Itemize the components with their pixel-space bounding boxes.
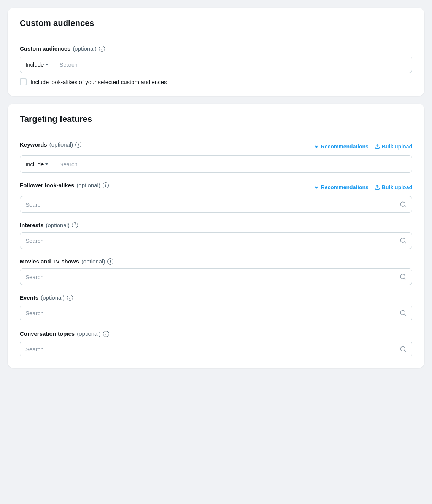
events-section: Events (optional) i bbox=[20, 294, 412, 321]
svg-point-10 bbox=[400, 346, 405, 351]
keywords-section: Keywords (optional) i Recommendations bbox=[20, 141, 412, 173]
events-search-input[interactable] bbox=[25, 310, 400, 316]
search-icon-3 bbox=[400, 273, 407, 280]
keywords-bulk-upload-link[interactable]: Bulk upload bbox=[375, 144, 412, 150]
lookalikes-checkbox[interactable] bbox=[20, 78, 27, 85]
search-icon-5 bbox=[400, 346, 407, 352]
interests-section: Interests (optional) i bbox=[20, 222, 412, 249]
follower-lookalikes-label: Follower look-alikes (optional) i bbox=[20, 182, 109, 188]
follower-lookalikes-info-icon[interactable]: i bbox=[103, 182, 109, 188]
events-info-icon[interactable]: i bbox=[67, 295, 73, 301]
follower-lookalikes-header: Follower look-alikes (optional) i Recomm… bbox=[20, 182, 412, 192]
movies-tv-section: Movies and TV shows (optional) i bbox=[20, 258, 412, 285]
follower-lookalikes-input-row bbox=[20, 196, 412, 213]
lookalikes-checkbox-row: Include look-alikes of your selected cus… bbox=[20, 78, 412, 85]
follower-lookalikes-actions: Recommendations Bulk upload bbox=[314, 184, 412, 190]
custom-audiences-input-row: Include bbox=[20, 56, 412, 73]
movies-tv-info-icon[interactable]: i bbox=[107, 258, 113, 265]
keywords-include-dropdown[interactable]: Include bbox=[20, 156, 54, 172]
keywords-input-row: Include bbox=[20, 155, 412, 173]
custom-audiences-card: Custom audiences Custom audiences (optio… bbox=[8, 8, 424, 96]
keywords-recommendations-link[interactable]: Recommendations bbox=[314, 144, 368, 150]
flame-icon-2 bbox=[314, 185, 319, 190]
movies-tv-search-input[interactable] bbox=[25, 274, 400, 280]
search-icon-2 bbox=[400, 237, 407, 244]
svg-point-2 bbox=[400, 202, 405, 206]
events-input-row bbox=[20, 305, 412, 321]
conversation-topics-input-row bbox=[20, 341, 412, 357]
svg-line-9 bbox=[404, 314, 405, 315]
interests-search-input[interactable] bbox=[25, 238, 400, 244]
include-dropdown[interactable]: Include bbox=[20, 56, 54, 73]
keywords-header: Keywords (optional) i Recommendations bbox=[20, 141, 412, 152]
keywords-chevron-icon bbox=[45, 163, 48, 165]
movies-tv-input-row bbox=[20, 268, 412, 285]
follower-recommendations-link[interactable]: Recommendations bbox=[314, 184, 368, 190]
search-icon bbox=[400, 201, 407, 208]
interests-info-icon[interactable]: i bbox=[72, 222, 78, 228]
custom-audiences-info-icon[interactable]: i bbox=[99, 46, 105, 52]
conversation-topics-section: Conversation topics (optional) i bbox=[20, 330, 412, 357]
keywords-search-input[interactable] bbox=[54, 156, 412, 172]
custom-audiences-title: Custom audiences bbox=[20, 18, 412, 28]
chevron-down-icon bbox=[45, 64, 48, 65]
flame-icon bbox=[314, 144, 319, 149]
divider-2 bbox=[20, 132, 412, 132]
upload-icon bbox=[375, 144, 380, 149]
keywords-actions: Recommendations Bulk upload bbox=[314, 144, 412, 150]
follower-lookalikes-search-input[interactable] bbox=[25, 201, 400, 208]
keywords-label: Keywords (optional) i bbox=[20, 141, 81, 148]
follower-bulk-upload-link[interactable]: Bulk upload bbox=[375, 184, 412, 190]
interests-input-row bbox=[20, 232, 412, 249]
conversation-topics-label: Conversation topics (optional) i bbox=[20, 330, 412, 337]
custom-audiences-search-input[interactable] bbox=[54, 56, 412, 73]
upload-icon-2 bbox=[375, 185, 380, 190]
svg-point-8 bbox=[400, 310, 405, 315]
custom-audiences-label: Custom audiences (optional) i bbox=[20, 45, 412, 52]
conversation-topics-info-icon[interactable]: i bbox=[103, 331, 109, 337]
movies-tv-label: Movies and TV shows (optional) i bbox=[20, 258, 412, 265]
svg-point-6 bbox=[400, 274, 405, 279]
follower-lookalikes-section: Follower look-alikes (optional) i Recomm… bbox=[20, 182, 412, 213]
search-icon-4 bbox=[400, 309, 407, 316]
svg-point-4 bbox=[400, 238, 405, 242]
svg-line-5 bbox=[404, 242, 405, 243]
interests-label: Interests (optional) i bbox=[20, 222, 412, 228]
events-label: Events (optional) i bbox=[20, 294, 412, 301]
divider bbox=[20, 36, 412, 36]
targeting-features-card: Targeting features Keywords (optional) i… bbox=[8, 104, 424, 368]
custom-audiences-field: Custom audiences (optional) i Include In… bbox=[20, 45, 412, 85]
conversation-topics-search-input[interactable] bbox=[25, 346, 400, 352]
targeting-features-title: Targeting features bbox=[20, 114, 412, 124]
lookalikes-checkbox-label: Include look-alikes of your selected cus… bbox=[30, 79, 167, 85]
svg-line-11 bbox=[404, 350, 405, 351]
svg-line-7 bbox=[404, 278, 405, 279]
svg-line-3 bbox=[404, 206, 405, 207]
keywords-info-icon[interactable]: i bbox=[75, 142, 81, 148]
